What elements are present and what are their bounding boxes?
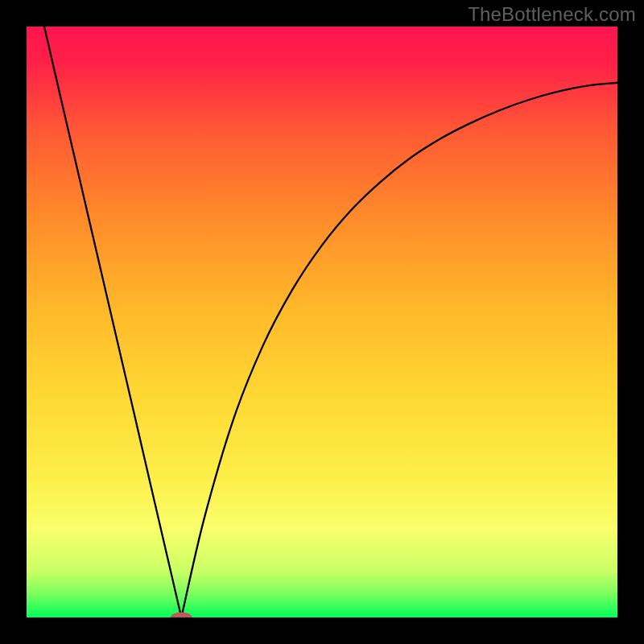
- chart-frame: TheBottleneck.com: [0, 0, 644, 644]
- plot-area: [27, 27, 617, 617]
- gradient-background: [27, 27, 617, 617]
- chart-svg: [27, 27, 617, 617]
- watermark-text: TheBottleneck.com: [468, 3, 636, 26]
